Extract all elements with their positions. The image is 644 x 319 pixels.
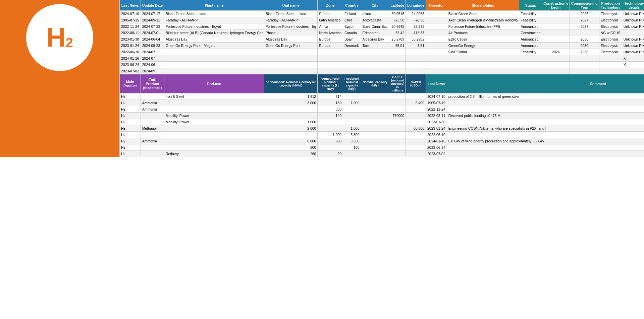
cell-update-date: 2024-07 (141, 49, 164, 55)
th-production-technology: Production Technology (599, 0, 622, 11)
cell-nom-cap (361, 93, 389, 100)
cell-country: Egypt (343, 23, 361, 30)
cell-update-date: 2024-07-17 (141, 11, 164, 17)
cell-main-prod: H₂ (120, 119, 141, 125)
cell-zone (318, 55, 343, 62)
cell-end-prod: Ammonia (141, 138, 164, 144)
th-feedstock-nom-capacity: Feedstock Nominal capacity (kt/y) (343, 74, 361, 93)
table-row: 2022-08-11 2024-07-01 Blue but better (A… (120, 30, 644, 36)
cell-country (343, 62, 361, 68)
cell-const-begin (542, 43, 570, 49)
th-unit-name: Unit name (264, 0, 318, 11)
cell-lat: -23,58 (389, 17, 406, 23)
cell-unit-name (264, 62, 318, 68)
cell-city (361, 62, 389, 68)
cell-const-begin: 2026 (542, 49, 570, 55)
cell-status: Announced (519, 36, 542, 43)
cell-nom-cap (361, 100, 389, 106)
cell-prod-tech: Electrolysis (599, 36, 622, 43)
cell-shareholders: Air Products (447, 30, 519, 36)
cell-ann-cap: 330 (318, 106, 343, 113)
cell-lon (406, 68, 426, 74)
cell-main-prod: H₂ (120, 138, 141, 144)
cell-city: Tarm (361, 43, 389, 49)
cell-capex-nat (389, 93, 406, 100)
cell-lat (389, 62, 406, 68)
cell-end-prod (141, 113, 164, 119)
cell-lat: 30,6642 (389, 23, 406, 30)
page: H 2 Last News Update Date Plant name Uni… (0, 0, 644, 157)
cell-city: Edmonton (361, 30, 389, 36)
cell-ann-elec: 2 000 (264, 125, 318, 132)
cell-ann-elec: 1 000 (264, 119, 318, 125)
th-last-news-2: Last News (426, 74, 447, 93)
cell-lon (406, 49, 426, 55)
cell-unit-name: Fortescue Future Industries - Eg (264, 23, 318, 30)
cell-unit-name (264, 68, 318, 74)
cell-comment (447, 119, 644, 125)
cell-operator (426, 49, 447, 55)
cell-last-news: 2022-11-24 (120, 23, 141, 30)
cell-lat (389, 55, 406, 62)
table-row: 2022-06-10 2024-07 CWPGlobal Feasibility… (120, 49, 644, 55)
cell-unit-name: GreenGo Energy Park (264, 43, 318, 49)
cell-tech-details: X (622, 55, 644, 62)
cell-last-news-2: 2022-11-24 (426, 106, 447, 113)
cell-shareholders (447, 55, 519, 62)
cell-lon: -70,36 (406, 17, 426, 23)
cell-feed-cap: 1 000 (343, 100, 361, 106)
cell-status: Construction (519, 30, 542, 36)
cell-shareholders: CWPGlobal (447, 49, 519, 55)
cell-update-date: 2024-09 (141, 68, 164, 74)
cell-end-prod (141, 132, 164, 138)
cell-zone: North America (318, 30, 343, 36)
cell-feed-cap (343, 93, 361, 100)
cell-shareholders: Aker Clean Hydrogen &Mainstream Renewa (447, 17, 519, 23)
cell-comm-year (570, 55, 599, 62)
cell-capex-usd (406, 132, 426, 138)
cell-prod-tech (599, 68, 622, 74)
cell-nom-cap (361, 113, 389, 119)
cell-status: Feasibility (519, 11, 542, 17)
cell-zone: Africa (318, 23, 343, 30)
cell-end-use (164, 100, 264, 106)
cell-ann-elec (264, 106, 318, 113)
logo-h: H (46, 24, 66, 51)
cell-country (343, 49, 361, 55)
cell-zone: Europe (318, 11, 343, 17)
cell-zone (318, 62, 343, 68)
cell-comment (447, 132, 644, 138)
cell-capex-usd (406, 151, 426, 157)
th-capex-national: CAPEX (national currency) in millions (389, 74, 406, 93)
cell-ann-elec: 260 (264, 151, 318, 157)
th-commissioning-year: Commissioning Year (570, 0, 599, 11)
cell-nom-cap (361, 106, 389, 113)
cell-plant-name: GreenGo Energy Park - Megaton (164, 43, 264, 49)
cell-last-news-2: 2023-06-24 (426, 144, 447, 151)
table-row: H₂ 1 000 5 800 2022-06-10 (120, 132, 644, 138)
table-row: H₂ Mobility, Power 140 770000 2022-08-11… (120, 113, 644, 119)
cell-ann-elec: 1 812 (264, 93, 318, 100)
cell-lat: 60,0515 (389, 11, 406, 17)
cell-end-prod (141, 151, 164, 157)
cell-last-news: 2024-07-10 (120, 11, 141, 17)
cell-last-news-2: 2023-07-02 (426, 151, 447, 157)
th-country: Country (343, 0, 361, 11)
cell-unit-name: Blastr Green Steel - Inkoo (264, 11, 318, 17)
cell-unit-name: Phase I (264, 30, 318, 36)
cell-comm-year (570, 68, 599, 74)
cell-update-date: 2024-09-23 (141, 43, 164, 49)
cell-ann-cap: 180 (318, 100, 343, 106)
cell-tech-details: X (622, 62, 644, 68)
cell-ann-cap: 20 (318, 151, 343, 157)
cell-nom-cap (361, 132, 389, 138)
th-end-product-feedstock: End-Product (feedstock) (141, 74, 164, 93)
cell-feed-cap: 100 (343, 144, 361, 151)
cell-feed-cap (343, 151, 361, 157)
cell-feed-cap (343, 119, 361, 125)
th-ann-nom-electrolyser: "Announced" Nominal electrolyser capacit… (264, 74, 318, 93)
cell-capex-nat (389, 106, 406, 113)
table-row: 2024-07-10 2024-07-17 Blastr Green Steel… (120, 11, 644, 17)
cell-country: Spain (343, 36, 361, 43)
cell-main-prod: H₂ (120, 125, 141, 132)
